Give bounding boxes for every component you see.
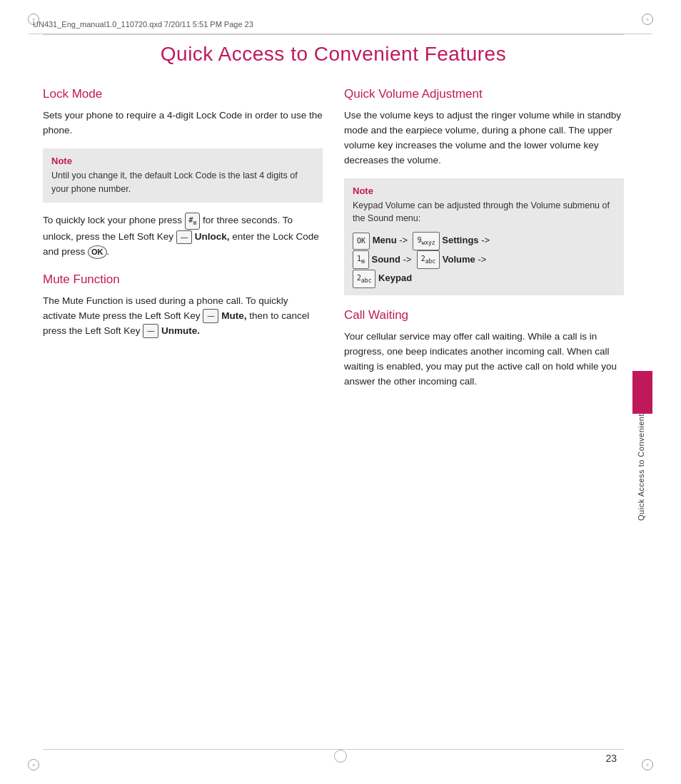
mute-function-section: Mute Function The Mute Function is used … [43, 273, 323, 339]
quick-volume-note-box: Note Keypad Volume can be adjusted throu… [344, 178, 624, 295]
lock-mode-section: Lock Mode Sets your phone to require a 4… [43, 87, 323, 260]
lock-mode-instructions: To quickly lock your phone press #⊞ for … [43, 213, 323, 259]
settings-nav-label: Settings [442, 235, 478, 245]
9wxyz-nav-key: 9wxyz [413, 232, 439, 250]
2abc-keypad-nav-key: 2abc [353, 270, 375, 288]
menu-nav-label: Menu [373, 235, 397, 245]
mute-label: Mute, [221, 310, 246, 321]
bottom-center-mark [334, 750, 347, 763]
lock-mode-note-box: Note Until you change it, the default Lo… [43, 148, 323, 203]
1-nav-key: 1⊞ [353, 250, 369, 269]
quick-volume-body: Use the volume keys to adjust the ringer… [344, 108, 624, 168]
quick-volume-note-title: Note [353, 185, 615, 196]
two-column-layout: Lock Mode Sets your phone to require a 4… [43, 87, 624, 399]
pound-key-icon: #⊞ [185, 213, 200, 230]
quick-volume-title: Quick Volume Adjustment [344, 87, 624, 101]
lock-mode-note-body: Until you change it, the default Lock Co… [51, 169, 314, 196]
keypad-nav-label: Keypad [378, 273, 412, 283]
2abc-nav-key: 2abc [417, 250, 440, 269]
corner-mark-br: + [642, 759, 653, 770]
divider-bottom [43, 749, 624, 750]
unmute-soft-key-icon: — [143, 324, 158, 338]
nav-menu-path: OK Menu -> 9wxyz Settings -> 1⊞ Sound ->… [353, 231, 615, 288]
corner-mark-bl: + [28, 759, 39, 770]
page-number: 23 [605, 753, 617, 764]
quick-volume-note-body: Keypad Volume can be adjusted through th… [353, 199, 615, 226]
header-text: UN431_Eng_manual1.0_110720.qxd 7/20/11 5… [33, 20, 253, 29]
call-waiting-title: Call Waiting [344, 308, 624, 322]
right-column: Quick Volume Adjustment Use the volume k… [344, 87, 624, 399]
mute-function-body: The Mute Function is used during a phone… [43, 294, 323, 339]
page-title: Quick Access to Convenient Features [43, 43, 624, 66]
ok-nav-key: OK [353, 233, 370, 250]
sound-nav-label: Sound [371, 254, 400, 265]
call-waiting-section: Call Waiting Your cellular service may o… [344, 308, 624, 390]
main-content: Quick Access to Convenient Features Lock… [43, 43, 624, 741]
mute-function-title: Mute Function [43, 273, 323, 287]
sidebar-red-bar [632, 371, 652, 414]
lock-mode-note-title: Note [51, 156, 314, 166]
left-column: Lock Mode Sets your phone to require a 4… [43, 87, 323, 399]
nav-row-1: OK Menu -> 9wxyz Settings -> [353, 231, 615, 250]
soft-key-left-icon: — [176, 230, 192, 245]
header-bar: UN431_Eng_manual1.0_110720.qxd 7/20/11 5… [29, 14, 652, 34]
lock-instructions-text1: To quickly lock your phone press [43, 215, 182, 226]
nav-row-3: 2abc Keypad [353, 269, 615, 288]
unmute-label: Unmute. [161, 325, 200, 336]
sidebar-label-container: Quick Access to Convenient Features [631, 200, 651, 698]
call-waiting-body: Your cellular service may offer call wai… [344, 330, 624, 390]
lock-mode-title: Lock Mode [43, 87, 323, 101]
lock-mode-body: Sets your phone to require a 4-digit Loc… [43, 108, 323, 138]
unlock-label: Unlock, [195, 231, 230, 242]
quick-volume-section: Quick Volume Adjustment Use the volume k… [344, 87, 624, 295]
nav-row-2: 1⊞ Sound -> 2abc Volume -> [353, 250, 615, 270]
mute-soft-key-icon: — [203, 309, 218, 323]
volume-nav-label: Volume [443, 254, 475, 265]
ok-button-icon: OK [88, 245, 107, 259]
divider-top [43, 34, 624, 35]
